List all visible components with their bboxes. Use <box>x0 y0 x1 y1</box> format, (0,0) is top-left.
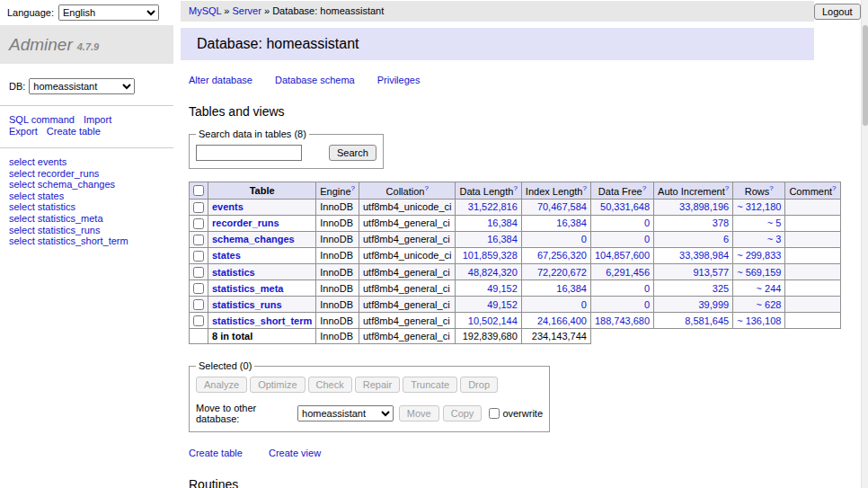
sidebar-action-import[interactable]: Import <box>84 114 111 125</box>
sidebar-select-statistics-meta[interactable]: select statistics_meta <box>9 213 164 225</box>
column-header-table: Table <box>208 182 316 200</box>
move-button[interactable]: Move <box>399 405 439 421</box>
row-checkbox[interactable] <box>193 299 204 310</box>
breadcrumb-link-server[interactable]: Server <box>233 5 261 16</box>
optimize-button[interactable]: Optimize <box>250 377 305 393</box>
select-all-checkbox[interactable] <box>193 185 204 196</box>
row-checkbox[interactable] <box>193 283 204 294</box>
table-link-statistics[interactable]: statistics <box>212 267 255 278</box>
table-link-events[interactable]: events <box>212 201 244 212</box>
sidebar-action-export[interactable]: Export <box>9 126 38 137</box>
create-link-create-table[interactable]: Create table <box>189 448 243 458</box>
row-checkbox[interactable] <box>193 251 204 262</box>
create-link-create-view[interactable]: Create view <box>269 448 321 458</box>
rows-count-cell: ~ 299,833 <box>733 247 785 263</box>
row-checkbox[interactable] <box>193 218 204 229</box>
table-link-statistics_meta[interactable]: statistics_meta <box>212 283 284 294</box>
sidebar-select-events[interactable]: select events <box>9 156 164 168</box>
column-help-link[interactable]: ? <box>725 184 729 192</box>
repair-button[interactable]: Repair <box>355 377 400 393</box>
rows-count-link[interactable]: ~ 136,108 <box>737 315 781 326</box>
search-input[interactable] <box>196 145 302 161</box>
check-button[interactable]: Check <box>308 377 352 393</box>
table-link-states[interactable]: states <box>212 250 241 261</box>
row-checkbox[interactable] <box>193 202 204 213</box>
nav-link-privileges[interactable]: Privileges <box>377 75 421 85</box>
nav-link-alter-database[interactable]: Alter database <box>189 75 252 85</box>
column-help-link[interactable]: ? <box>351 184 355 192</box>
move-db-select[interactable]: homeassistant <box>297 405 394 421</box>
index-length-cell: 0 <box>521 231 590 247</box>
copy-button[interactable]: Copy <box>443 405 483 421</box>
table-link-statistics_runs[interactable]: statistics_runs <box>212 299 282 310</box>
overwrite-checkbox[interactable] <box>489 408 500 419</box>
total-checkbox-cell <box>190 329 208 344</box>
sidebar-table-links: select eventsselect recorder_runsselect … <box>0 148 173 255</box>
index-length-cell: 16,384 <box>521 280 590 297</box>
table-link-schema_changes[interactable]: schema_changes <box>212 234 295 244</box>
drop-button[interactable]: Drop <box>460 377 498 393</box>
data-free-cell: 50,331,648 <box>590 199 653 215</box>
rows-count-link[interactable]: ~ 5 <box>767 217 782 228</box>
truncate-button[interactable]: Truncate <box>403 377 457 393</box>
sidebar-select-schema-changes[interactable]: select schema_changes <box>9 179 164 191</box>
column-help-link[interactable]: ? <box>424 184 428 192</box>
create-links: Create table Create view <box>189 448 814 458</box>
table-link-recorder_runs[interactable]: recorder_runs <box>212 217 279 228</box>
sidebar-action-links: SQL command ImportExport Create table <box>0 106 173 148</box>
table-name-cell: schema_changes <box>208 231 316 247</box>
row-checkbox[interactable] <box>193 235 204 245</box>
table-header-row: TableEngine?Collation?Data Length?Index … <box>190 182 841 200</box>
rows-count-link[interactable]: ~ 244 <box>757 283 782 294</box>
column-help-link[interactable]: ? <box>832 184 836 192</box>
data-length-cell: 31,522,816 <box>456 199 521 215</box>
rows-count-link[interactable]: ~ 299,833 <box>737 250 781 261</box>
language-select[interactable]: English <box>58 4 159 21</box>
rows-count-cell: ~ 569,159 <box>733 264 785 280</box>
column-header-auto-increment: Auto Increment? <box>654 182 733 200</box>
breadcrumb: MySQL » Server » Database: homeassistant <box>181 1 814 22</box>
db-select[interactable]: homeassistant <box>29 78 135 94</box>
row-checkbox[interactable] <box>193 315 204 326</box>
column-help-link[interactable]: ? <box>642 184 646 192</box>
column-help-link[interactable]: ? <box>769 184 773 192</box>
sidebar-select-statistics-runs[interactable]: select statistics_runs <box>9 225 164 236</box>
comment-cell <box>785 297 840 313</box>
rows-count-link[interactable]: ~ 628 <box>757 299 782 310</box>
db-label: DB: <box>9 81 25 92</box>
total-collation-cell: utf8mb4_general_ci <box>359 329 456 344</box>
auto-increment-cell: 378 <box>654 215 733 231</box>
breadcrumb-separator: » <box>221 5 232 16</box>
sidebar-select-statistics[interactable]: select statistics <box>9 201 164 213</box>
vertical-scrollbar[interactable] <box>861 0 868 488</box>
comment-cell <box>785 215 840 231</box>
rows-count-link[interactable]: ~ 569,159 <box>737 267 781 278</box>
rows-count-link[interactable]: ~ 3 <box>767 234 782 244</box>
sidebar-select-statistics-short-term[interactable]: select statistics_short_term <box>9 235 164 247</box>
data-length-cell: 16,384 <box>456 231 521 247</box>
logout-button[interactable]: Logout <box>814 4 861 20</box>
row-checkbox[interactable] <box>193 267 204 278</box>
search-button[interactable]: Search <box>329 145 376 161</box>
engine-cell: InnoDB <box>316 199 359 215</box>
sidebar-action-create-table[interactable]: Create table <box>47 126 101 137</box>
routines-heading: Routines <box>189 477 814 488</box>
sidebar-select-recorder-runs[interactable]: select recorder_runs <box>9 168 164 180</box>
nav-link-database-schema[interactable]: Database schema <box>275 75 355 85</box>
analyze-button[interactable]: Analyze <box>196 377 247 393</box>
row-checkbox-cell <box>190 247 208 263</box>
column-header-rows: Rows? <box>733 182 785 200</box>
select-all-cell <box>190 182 208 200</box>
rows-count-link[interactable]: ~ 312,180 <box>737 201 781 212</box>
column-help-link[interactable]: ? <box>582 184 586 192</box>
column-help-link[interactable]: ? <box>513 184 517 192</box>
app-version: 4.7.9 <box>77 41 99 52</box>
sidebar-action-sql-command[interactable]: SQL command <box>9 114 75 125</box>
sidebar-select-states[interactable]: select states <box>9 191 164 202</box>
table-link-statistics_short_term[interactable]: statistics_short_term <box>212 315 312 326</box>
engine-cell: InnoDB <box>316 247 359 263</box>
breadcrumb-link-mysql[interactable]: MySQL <box>189 5 221 16</box>
collation-cell: utf8mb4_unicode_ci <box>359 199 456 215</box>
data-length-cell: 16,384 <box>456 215 521 231</box>
scrollbar-thumb[interactable] <box>863 25 868 126</box>
